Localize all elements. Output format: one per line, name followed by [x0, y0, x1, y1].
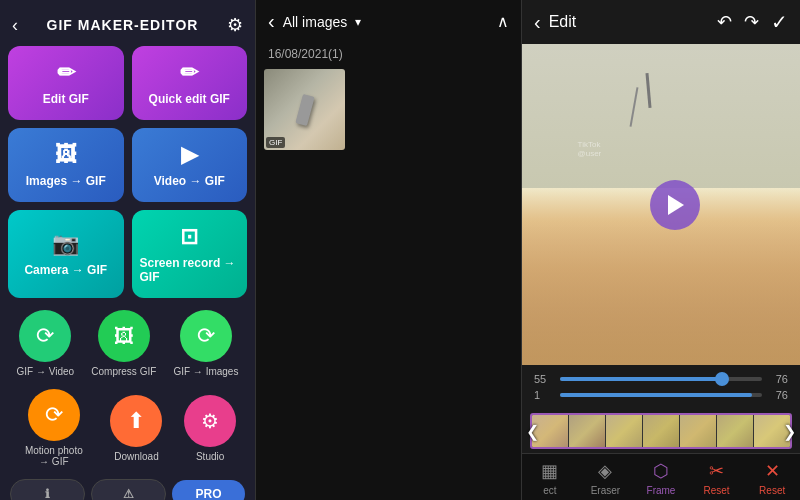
filmstrip-left-arrow[interactable]: ❮: [526, 422, 539, 441]
trim-thumb-1[interactable]: [715, 372, 729, 386]
tab-close[interactable]: ✕ Reset: [744, 460, 800, 496]
icon-row-2: ⟳ Motion photo → GIF ⬆ Download ⚙ Studio: [8, 385, 247, 475]
gif-images-item[interactable]: ⟳ GIF → Images: [173, 310, 238, 377]
check-icon[interactable]: ✓: [771, 10, 788, 34]
camera-gif-tile[interactable]: 📷 Camera → GIF: [8, 210, 124, 298]
images-gif-tile[interactable]: 🖼 Images → GIF: [8, 128, 124, 202]
tab-frame[interactable]: ⬡ Frame: [633, 460, 689, 496]
back-icon[interactable]: ‹: [12, 15, 18, 36]
warn-icon: ⚠: [123, 487, 134, 500]
preview-image: TikTok @user: [522, 44, 800, 365]
studio-label: Studio: [196, 451, 224, 462]
warn-button[interactable]: ⚠: [91, 479, 166, 500]
compress-gif-item[interactable]: 🖼 Compress GIF: [91, 310, 156, 377]
gallery-grid: GIF: [256, 69, 521, 150]
right-title: Edit: [549, 13, 709, 31]
download-icon-circle: ⬆: [110, 395, 162, 447]
images-gif-label: Images → GIF: [26, 174, 106, 188]
filmstrip-frame-4: [643, 415, 679, 447]
filmstrip-frame-6: [717, 415, 753, 447]
quick-edit-icon: ✏: [180, 60, 198, 86]
motion-photo-item[interactable]: ⟳ Motion photo → GIF: [19, 389, 89, 467]
mid-header: ‹ All images ▾ ∧: [256, 0, 521, 43]
motion-photo-icon-circle: ⟳: [28, 389, 80, 441]
gif-video-icon-circle: ⟳: [19, 310, 71, 362]
video-gif-icon: ▶: [181, 142, 198, 168]
eraser-label: Eraser: [591, 485, 620, 496]
nail-shape-1: [295, 93, 314, 125]
download-item[interactable]: ⬆ Download: [110, 395, 162, 462]
trim-slider-1[interactable]: [560, 376, 762, 382]
tab-select[interactable]: ▦ ect: [522, 460, 578, 496]
download-label: Download: [114, 451, 158, 462]
filmstrip-frame-3: [606, 415, 642, 447]
preview-top-area: [522, 44, 800, 188]
settings-icon[interactable]: ⚙: [227, 14, 243, 36]
gif-video-item[interactable]: ⟳ GIF → Video: [17, 310, 75, 377]
select-label: ect: [543, 485, 556, 496]
select-icon: ▦: [541, 460, 558, 482]
mid-panel: ‹ All images ▾ ∧ 16/08/2021(1) GIF: [256, 0, 521, 500]
compress-gif-icon: 🖼: [114, 325, 134, 348]
gif-images-label: GIF → Images: [173, 366, 238, 377]
play-triangle-icon: [668, 195, 684, 215]
left-header: ‹ GIF MAKER-EDITOR ⚙: [8, 8, 247, 46]
pro-label: PRO: [195, 487, 221, 500]
right-back-icon[interactable]: ‹: [534, 11, 541, 34]
mid-title: All images: [283, 14, 348, 30]
close-x-icon: ✕: [765, 460, 780, 482]
undo-icon[interactable]: ↶: [717, 11, 732, 33]
trim-row2-start: 1: [534, 389, 552, 401]
icon-row-1: ⟳ GIF → Video 🖼 Compress GIF ⟳ GIF → Ima…: [8, 306, 247, 385]
gif-badge-1: GIF: [266, 137, 285, 148]
edit-gif-tile[interactable]: ✏ Edit GIF: [8, 46, 124, 120]
gif-video-label: GIF → Video: [17, 366, 75, 377]
collapse-icon[interactable]: ∧: [497, 12, 509, 31]
frame-label: Frame: [647, 485, 676, 496]
camera-gif-icon: 📷: [52, 231, 79, 257]
trim-fill-1: [560, 377, 722, 381]
trim-row2-end: 76: [770, 389, 788, 401]
play-button[interactable]: [650, 180, 700, 230]
screw-shape: [630, 87, 639, 127]
screen-record-label: Screen record → GIF: [140, 256, 240, 284]
trim-start-label: 55: [534, 373, 552, 385]
screen-record-icon: ⊡: [180, 224, 198, 250]
screw-shape-2: [646, 73, 652, 108]
filmstrip-container: ❮ ❯: [522, 409, 800, 453]
pro-button[interactable]: PRO: [172, 480, 245, 500]
eraser-icon: ◈: [598, 460, 612, 482]
frame-icon: ⬡: [653, 460, 669, 482]
video-gif-tile[interactable]: ▶ Video → GIF: [132, 128, 248, 202]
trim-fill-2: [560, 393, 752, 397]
video-gif-label: Video → GIF: [154, 174, 225, 188]
quick-edit-tile[interactable]: ✏ Quick edit GIF: [132, 46, 248, 120]
right-header: ‹ Edit ↶ ↷ ✓: [522, 0, 800, 44]
app-title: GIF MAKER-EDITOR: [47, 17, 199, 33]
info-button[interactable]: ℹ: [10, 479, 85, 500]
edit-gif-label: Edit GIF: [43, 92, 89, 106]
trim-row-1: 55 76: [534, 373, 788, 385]
trim-slider-2[interactable]: [560, 392, 762, 398]
close-label: Reset: [759, 485, 785, 496]
dropdown-arrow-icon[interactable]: ▾: [355, 15, 361, 29]
tab-eraser[interactable]: ◈ Eraser: [578, 460, 634, 496]
screen-record-tile[interactable]: ⊡ Screen record → GIF: [132, 210, 248, 298]
bottom-tabs: ▦ ect ◈ Eraser ⬡ Frame ✂ Reset ✕ Reset: [522, 453, 800, 500]
compress-gif-icon-circle: 🖼: [98, 310, 150, 362]
trim-row-2: 1 76: [534, 389, 788, 401]
mid-back-icon[interactable]: ‹: [268, 10, 275, 33]
quick-edit-label: Quick edit GIF: [149, 92, 230, 106]
trim-end-label: 76: [770, 373, 788, 385]
studio-icon: ⚙: [201, 409, 219, 433]
scissors-label: Reset: [704, 485, 730, 496]
images-gif-icon: 🖼: [55, 142, 77, 168]
gallery-thumb-1[interactable]: GIF: [264, 69, 345, 150]
tab-scissors[interactable]: ✂ Reset: [689, 460, 745, 496]
gif-video-icon: ⟳: [36, 323, 54, 349]
redo-icon[interactable]: ↷: [744, 11, 759, 33]
filmstrip-right-arrow[interactable]: ❯: [783, 422, 796, 441]
date-label: 16/08/2021(1): [256, 43, 521, 69]
motion-photo-label: Motion photo → GIF: [19, 445, 89, 467]
studio-item[interactable]: ⚙ Studio: [184, 395, 236, 462]
